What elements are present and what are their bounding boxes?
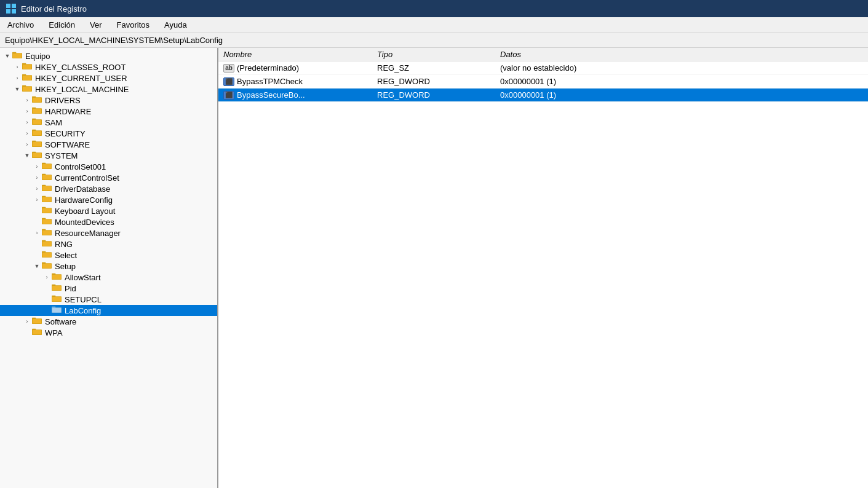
registry-editor-window: Editor del Registro Archivo Edición Ver … xyxy=(0,0,868,488)
folder-icon-sam xyxy=(32,117,43,127)
svg-rect-2 xyxy=(6,9,10,14)
svg-rect-75 xyxy=(52,308,61,312)
svg-rect-56 xyxy=(42,240,46,242)
tree-item-hkey-current-user[interactable]: › HKEY_CURRENT_USER xyxy=(0,73,217,84)
chevron-software-hlm: › xyxy=(22,141,32,148)
tree-item-allowstart[interactable]: › AllowStart xyxy=(0,272,217,283)
tree-item-wpa[interactable]: › WPA xyxy=(0,327,217,338)
col-nombre[interactable]: Nombre xyxy=(218,48,372,61)
menu-ver[interactable]: Ver xyxy=(87,19,105,31)
folder-icon-security xyxy=(32,128,43,138)
tree-item-resourcemanager[interactable]: › ResourceManager xyxy=(0,227,217,238)
tree-item-currentcontrolset[interactable]: › CurrentControlSet xyxy=(0,172,217,183)
svg-rect-69 xyxy=(52,286,61,290)
menu-archivo[interactable]: Archivo xyxy=(5,19,36,31)
folder-icon-controlset001 xyxy=(42,162,53,171)
tree-item-drivers[interactable]: › DRIVERS xyxy=(0,95,217,106)
svg-rect-72 xyxy=(52,297,61,301)
svg-rect-29 xyxy=(32,141,36,142)
svg-rect-11 xyxy=(22,74,26,76)
svg-rect-45 xyxy=(42,197,51,202)
table-row[interactable]: ⬛BypassSecureBo... REG_DWORD 0x00000001 … xyxy=(218,89,868,102)
folder-icon-allowstart xyxy=(52,272,63,282)
title-bar-text: Editor del Registro xyxy=(21,4,87,14)
folder-icon-setup xyxy=(42,261,53,271)
svg-rect-32 xyxy=(32,152,36,153)
cell-type: REG_DWORD xyxy=(372,75,495,89)
folder-icon-labconfig xyxy=(52,305,63,315)
tree-label-controlset001: ControlSet001 xyxy=(55,162,106,171)
folder-icon-rng xyxy=(42,239,53,249)
chevron-security: › xyxy=(22,130,32,136)
tree-item-equipo[interactable]: ▼ Equipo xyxy=(0,50,217,61)
tree-panel[interactable]: ▼ Equipo › HKEY_CLASSES_ROOT › xyxy=(0,48,218,488)
tree-item-hkey-local-machine[interactable]: ▼ HKEY_LOCAL_MACHINE xyxy=(0,84,217,95)
tree-item-setup[interactable]: ▼ Setup xyxy=(0,261,217,272)
tree-item-rng[interactable]: › RNG xyxy=(0,238,217,250)
data-panel: Nombre Tipo Datos ab(Predeterminado) REG… xyxy=(218,48,868,488)
tree-item-software2[interactable]: › Software xyxy=(0,316,217,327)
table-row[interactable]: ab(Predeterminado) REG_SZ (valor no esta… xyxy=(218,61,868,75)
folder-icon-software2 xyxy=(32,317,43,326)
svg-rect-20 xyxy=(32,108,36,109)
tree-item-driverdatabase[interactable]: › DriverDatabase xyxy=(0,183,217,194)
col-datos[interactable]: Datos xyxy=(495,48,868,61)
menu-favoritos[interactable]: Favoritos xyxy=(114,19,152,31)
cell-type: REG_DWORD xyxy=(372,89,495,102)
svg-rect-48 xyxy=(42,208,51,213)
tree-item-keyboardlayout[interactable]: › Keyboard Layout xyxy=(0,205,217,216)
chevron-driverdatabase: › xyxy=(32,186,42,192)
tree-item-pid[interactable]: › Pid xyxy=(0,283,217,294)
cell-data: 0x00000001 (1) xyxy=(495,89,868,102)
tree-item-setupcl[interactable]: › SETUPCL xyxy=(0,294,217,305)
svg-rect-35 xyxy=(42,163,46,164)
tree-item-labconfig[interactable]: › LabConfig xyxy=(0,305,217,316)
tree-item-select[interactable]: › Select xyxy=(0,250,217,261)
tree-label-keyboardlayout: Keyboard Layout xyxy=(55,207,115,216)
chevron-allowstart: › xyxy=(42,274,52,280)
tree-label-local-machine: HKEY_LOCAL_MACHINE xyxy=(35,85,129,94)
svg-rect-24 xyxy=(33,120,41,124)
registry-table: Nombre Tipo Datos ab(Predeterminado) REG… xyxy=(218,48,868,102)
svg-rect-27 xyxy=(33,131,41,135)
tree-item-mounteddevices[interactable]: › MountedDevices xyxy=(0,216,217,227)
svg-rect-0 xyxy=(6,4,10,8)
svg-rect-80 xyxy=(32,329,36,330)
svg-rect-30 xyxy=(33,142,41,146)
svg-rect-21 xyxy=(33,109,41,113)
tree-item-software-hlm[interactable]: › SOFTWARE xyxy=(0,139,217,150)
svg-rect-63 xyxy=(42,264,51,268)
menu-ayuda[interactable]: Ayuda xyxy=(162,19,189,31)
svg-rect-39 xyxy=(42,175,51,179)
chevron-software2: › xyxy=(22,318,32,325)
svg-rect-81 xyxy=(33,330,41,334)
svg-rect-71 xyxy=(52,296,55,297)
tree-label-setup: Setup xyxy=(55,262,76,271)
address-bar: Equipo\HKEY_LOCAL_MACHINE\SYSTEM\Setup\L… xyxy=(0,33,868,48)
tree-item-controlset001[interactable]: › ControlSet001 xyxy=(0,161,217,172)
tree-item-hardwareconfig[interactable]: › HardwareConfig xyxy=(0,194,217,205)
svg-rect-66 xyxy=(52,275,61,279)
tree-item-hardware[interactable]: › HARDWARE xyxy=(0,106,217,117)
chevron-hardware: › xyxy=(22,108,32,114)
svg-rect-23 xyxy=(32,119,36,120)
cell-data: (valor no establecido) xyxy=(495,61,868,75)
address-text: Equipo\HKEY_LOCAL_MACHINE\SYSTEM\Setup\L… xyxy=(5,36,223,45)
col-tipo[interactable]: Tipo xyxy=(372,48,495,61)
folder-icon-current-user xyxy=(22,73,33,83)
chevron-classes-root: › xyxy=(12,64,22,70)
tree-item-system[interactable]: ▼ SYSTEM xyxy=(0,150,217,161)
folder-icon-wpa xyxy=(32,328,43,337)
svg-rect-42 xyxy=(42,186,51,191)
tree-label-current-user: HKEY_CURRENT_USER xyxy=(35,74,127,83)
folder-icon-drivers xyxy=(32,95,43,105)
menu-edicion[interactable]: Edición xyxy=(46,19,78,31)
tree-item-hkey-classes-root[interactable]: › HKEY_CLASSES_ROOT xyxy=(0,61,217,73)
reg-icon-dword: ⬛ xyxy=(223,91,234,100)
table-row[interactable]: ⬛BypassTPMCheck REG_DWORD 0x00000001 (1) xyxy=(218,75,868,89)
tree-label-equipo: Equipo xyxy=(25,52,50,61)
tree-item-security[interactable]: › SECURITY xyxy=(0,128,217,139)
svg-rect-53 xyxy=(42,229,46,230)
svg-rect-17 xyxy=(32,96,36,98)
tree-item-sam[interactable]: › SAM xyxy=(0,117,217,128)
